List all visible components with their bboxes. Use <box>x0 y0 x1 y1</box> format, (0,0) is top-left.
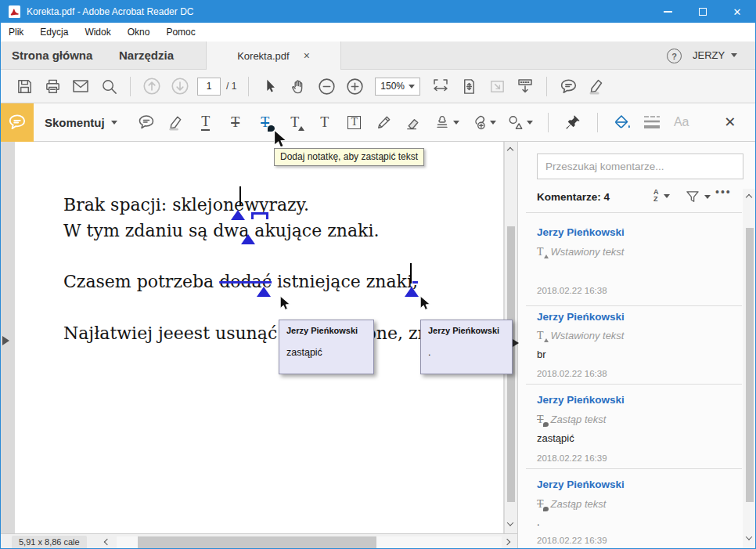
fit-page-button[interactable] <box>455 73 483 99</box>
comments-count-label: Komentarze: 4 <box>537 191 610 203</box>
menu-bar: Plik Edycja Widok Okno Pomoc <box>1 23 755 42</box>
scroll-down-icon[interactable] <box>507 519 513 526</box>
page-number-input[interactable] <box>197 78 221 96</box>
save-button[interactable] <box>10 73 38 99</box>
scroll-down-icon[interactable] <box>746 533 752 540</box>
fit-width-button[interactable] <box>427 73 455 99</box>
insert-text-icon: T <box>537 247 544 258</box>
text-properties-icon: Aa <box>674 115 689 129</box>
eraser-tool[interactable] <box>399 108 429 136</box>
email-button[interactable] <box>67 73 95 99</box>
comment-author[interactable]: Jerzy Pieńkowski <box>537 394 625 406</box>
comment-author[interactable]: Jerzy Pieńkowski <box>537 311 625 323</box>
add-text-tool[interactable]: T <box>310 108 340 136</box>
maximize-button[interactable] <box>689 1 717 23</box>
menu-widok[interactable]: Widok <box>85 27 110 38</box>
sort-comments-button[interactable]: AZ <box>653 189 670 203</box>
paint-bucket-icon <box>613 113 632 132</box>
insert-caret-annotation[interactable] <box>241 234 255 244</box>
insert-bracket-annotation[interactable] <box>251 212 268 219</box>
stamp-tool[interactable] <box>429 108 465 136</box>
comment-body: . <box>537 516 540 528</box>
search-icon <box>100 78 118 96</box>
tab-tools[interactable]: Narzędzia <box>119 49 174 62</box>
sidebar-scrollbar[interactable] <box>743 189 756 549</box>
panel-expand-arrow[interactable] <box>2 336 9 345</box>
maximize-icon <box>699 8 707 16</box>
menu-edycja[interactable]: Edycja <box>40 27 68 38</box>
fullscreen-button[interactable] <box>483 73 511 99</box>
tab-close-icon[interactable]: × <box>304 49 310 62</box>
divider <box>526 384 742 385</box>
document-text-line: W tym zdaniu są dwa akujące znaki. <box>63 221 379 240</box>
close-comment-toolbar-button[interactable]: ✕ <box>715 108 745 136</box>
zoom-out-button[interactable] <box>312 73 340 99</box>
next-page-button[interactable] <box>166 73 194 99</box>
line-thickness-tool[interactable] <box>637 108 667 136</box>
popup-body: . <box>421 335 512 358</box>
comment-mode-badge <box>1 103 34 142</box>
main-toolbar: / 1 150% <box>1 70 755 103</box>
sticky-note-tool[interactable] <box>131 108 161 136</box>
comment-author[interactable]: Jerzy Pieńkowski <box>537 479 625 490</box>
scroll-right-icon[interactable] <box>504 539 510 545</box>
user-menu[interactable]: JERZY <box>693 49 737 61</box>
text-properties-tool[interactable]: Aa <box>667 108 697 136</box>
keep-tool-selected-pin[interactable] <box>558 108 588 136</box>
drawing-shapes-tool[interactable] <box>501 108 538 136</box>
comment-panel-button[interactable] <box>554 73 582 99</box>
comment-popup[interactable]: Jerzy Pieńkowski zastąpić <box>279 320 374 374</box>
underline-text-icon: T <box>201 114 210 131</box>
pencil-tool[interactable] <box>369 108 399 136</box>
scroll-up-icon[interactable] <box>507 147 513 154</box>
toolbar-presentation-button[interactable] <box>511 73 539 99</box>
toolbar-separator <box>248 77 249 96</box>
color-picker-tool[interactable] <box>607 108 637 136</box>
more-options-button[interactable]: ••• <box>715 186 732 198</box>
select-tool-button[interactable] <box>256 73 284 99</box>
comment-author[interactable]: Jerzy Pieńkowski <box>537 226 625 238</box>
text-box-tool[interactable]: T <box>340 108 369 136</box>
pointer-icon <box>261 78 279 95</box>
print-button[interactable] <box>38 73 67 99</box>
zoom-out-icon <box>317 77 337 96</box>
funnel-icon <box>685 189 700 204</box>
scrollbar-thumb[interactable] <box>746 228 754 502</box>
mouse-pointer-icon <box>279 296 291 311</box>
filter-comments-button[interactable] <box>685 189 711 204</box>
highlight-text-tool[interactable] <box>161 108 191 136</box>
tab-document[interactable]: Korekta.pdf × <box>206 42 341 70</box>
printer-icon <box>44 78 62 96</box>
menu-pomoc[interactable]: Pomoc <box>166 27 195 38</box>
scroll-up-icon[interactable] <box>746 194 752 200</box>
scroll-left-icon[interactable] <box>104 539 110 545</box>
tab-home[interactable]: Strona główna <box>12 49 92 62</box>
menu-plik[interactable]: Plik <box>9 27 23 38</box>
insert-caret-annotation[interactable] <box>257 287 271 297</box>
strikethrough-text-icon: T <box>231 115 239 129</box>
highlight-tool-button[interactable] <box>582 73 610 99</box>
comment-timestamp: 2018.02.22 16:39 <box>537 453 607 463</box>
minimize-button[interactable] <box>653 1 682 23</box>
underline-text-tool[interactable]: T <box>191 108 221 136</box>
zoom-in-button[interactable] <box>340 73 369 99</box>
attach-file-tool[interactable] <box>465 108 501 136</box>
search-comments-input[interactable] <box>537 154 743 179</box>
scrollbar-thumb[interactable] <box>138 536 376 548</box>
zoom-level-select[interactable]: 150% <box>375 78 420 96</box>
search-button[interactable] <box>95 73 123 99</box>
close-button[interactable]: ✕ <box>723 1 751 23</box>
document-horizontal-scrollbar[interactable] <box>117 536 502 548</box>
insert-caret-annotation[interactable] <box>231 210 245 220</box>
toolbar-separator <box>130 77 131 96</box>
previous-page-button[interactable] <box>138 73 166 99</box>
strikethrough-text-tool[interactable]: T <box>221 108 250 136</box>
menu-okno[interactable]: Okno <box>128 27 150 38</box>
comment-menu-label[interactable]: Skomentuj <box>45 116 105 129</box>
help-icon: ? <box>671 52 677 61</box>
insert-caret-annotation[interactable] <box>405 287 419 297</box>
hand-tool-button[interactable] <box>284 73 312 99</box>
stamp-icon <box>434 114 451 131</box>
comment-popup[interactable]: Jerzy Pieńkowski . <box>420 320 513 374</box>
help-button[interactable]: ? <box>667 49 682 63</box>
